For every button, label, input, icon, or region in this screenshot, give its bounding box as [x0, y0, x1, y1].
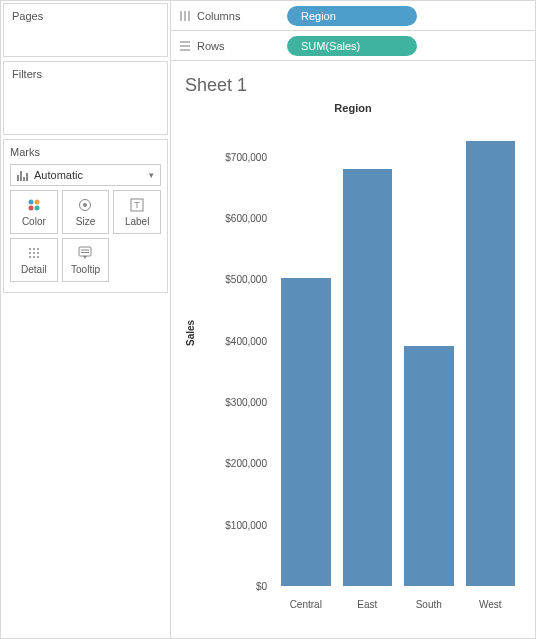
- right-panel: Columns Region Rows SUM(Sales) Sheet 1 R…: [171, 1, 535, 638]
- rows-shelf[interactable]: Rows SUM(Sales): [171, 31, 535, 61]
- chevron-down-icon: ▾: [149, 170, 154, 180]
- rows-pill-sum-sales[interactable]: SUM(Sales): [287, 36, 417, 56]
- rows-icon: [179, 40, 191, 52]
- svg-point-13: [37, 252, 39, 254]
- svg-text:T: T: [134, 200, 140, 210]
- marks-buttons: Color Size T Label: [10, 190, 161, 282]
- size-icon: [77, 197, 93, 213]
- sheet-title[interactable]: Sheet 1: [185, 75, 523, 96]
- marks-type-select[interactable]: Automatic ▾: [10, 164, 161, 186]
- bars: [273, 126, 523, 586]
- bar-chart-icon: [17, 169, 28, 181]
- columns-icon: [179, 10, 191, 22]
- marks-type-label: Automatic: [34, 169, 83, 181]
- tooltip-icon: [78, 245, 92, 261]
- svg-point-3: [34, 206, 39, 211]
- y-tick-label: $500,000: [225, 274, 273, 285]
- bar-east[interactable]: [343, 169, 393, 586]
- marks-detail-button[interactable]: Detail: [10, 238, 58, 282]
- columns-shelf[interactable]: Columns Region: [171, 1, 535, 31]
- svg-point-2: [28, 206, 33, 211]
- svg-rect-17: [79, 247, 91, 256]
- pages-title: Pages: [12, 10, 159, 22]
- svg-point-10: [37, 248, 39, 250]
- svg-point-8: [29, 248, 31, 250]
- sheet-area: Sheet 1 Region Sales $0$100,000$200,000$…: [171, 61, 535, 638]
- pill-text: Region: [301, 10, 336, 22]
- filters-title: Filters: [12, 68, 159, 80]
- svg-point-14: [29, 256, 31, 258]
- columns-label: Columns: [197, 10, 240, 22]
- y-tick-label: $300,000: [225, 397, 273, 408]
- svg-point-11: [29, 252, 31, 254]
- bar-west[interactable]: [466, 141, 516, 586]
- pages-card[interactable]: Pages: [3, 3, 168, 57]
- marks-color-label: Color: [22, 216, 46, 227]
- x-tick-label: South: [404, 599, 454, 610]
- y-tick-label: $200,000: [225, 458, 273, 469]
- marks-size-button[interactable]: Size: [62, 190, 110, 234]
- marks-tooltip-button[interactable]: Tooltip: [62, 238, 110, 282]
- bar-chart[interactable]: Sales $0$100,000$200,000$300,000$400,000…: [203, 116, 523, 616]
- svg-point-12: [33, 252, 35, 254]
- y-tick-label: $600,000: [225, 213, 273, 224]
- label-icon: T: [130, 197, 144, 213]
- plot-area: $0$100,000$200,000$300,000$400,000$500,0…: [273, 126, 523, 586]
- x-tick-label: West: [466, 599, 516, 610]
- marks-label-label: Label: [125, 216, 149, 227]
- chart-header: Region: [183, 102, 523, 114]
- y-axis-label: Sales: [185, 320, 196, 346]
- pill-text: SUM(Sales): [301, 40, 360, 52]
- marks-detail-label: Detail: [21, 264, 47, 275]
- marks-size-label: Size: [76, 216, 95, 227]
- color-icon: [27, 197, 41, 213]
- marks-card: Marks Automatic ▾ Color Size: [3, 139, 168, 293]
- x-tick-label: East: [343, 599, 393, 610]
- marks-color-button[interactable]: Color: [10, 190, 58, 234]
- y-tick-label: $400,000: [225, 335, 273, 346]
- svg-point-5: [83, 203, 87, 207]
- marks-title: Marks: [10, 146, 161, 158]
- x-tick-label: Central: [281, 599, 331, 610]
- svg-point-15: [33, 256, 35, 258]
- filters-card[interactable]: Filters: [3, 61, 168, 135]
- marks-label-button[interactable]: T Label: [113, 190, 161, 234]
- y-tick-label: $100,000: [225, 519, 273, 530]
- svg-point-16: [37, 256, 39, 258]
- y-tick-label: $0: [256, 581, 273, 592]
- svg-point-1: [34, 200, 39, 205]
- rows-label: Rows: [197, 40, 225, 52]
- x-axis: CentralEastSouthWest: [273, 599, 523, 610]
- marks-tooltip-label: Tooltip: [71, 264, 100, 275]
- bar-central[interactable]: [281, 278, 331, 587]
- detail-icon: [27, 245, 41, 261]
- y-tick-label: $700,000: [225, 151, 273, 162]
- svg-point-0: [28, 200, 33, 205]
- columns-pill-region[interactable]: Region: [287, 6, 417, 26]
- svg-point-9: [33, 248, 35, 250]
- left-panel: Pages Filters Marks Automatic ▾ Color: [1, 1, 171, 638]
- bar-south[interactable]: [404, 346, 454, 586]
